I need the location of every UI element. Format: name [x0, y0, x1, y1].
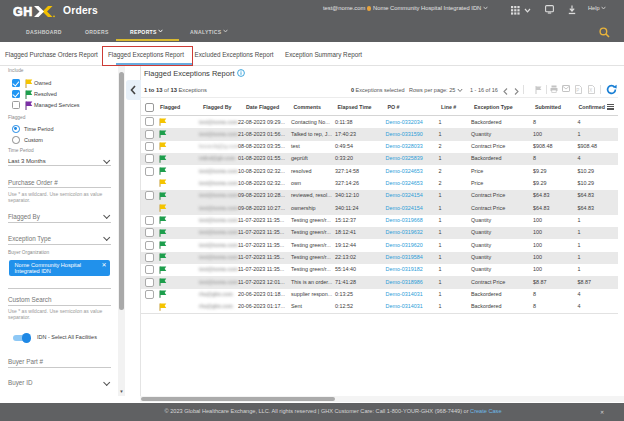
- svg-text:GH: GH: [13, 5, 33, 19]
- svg-text:P: P: [576, 88, 579, 93]
- svg-text:X: X: [589, 88, 592, 93]
